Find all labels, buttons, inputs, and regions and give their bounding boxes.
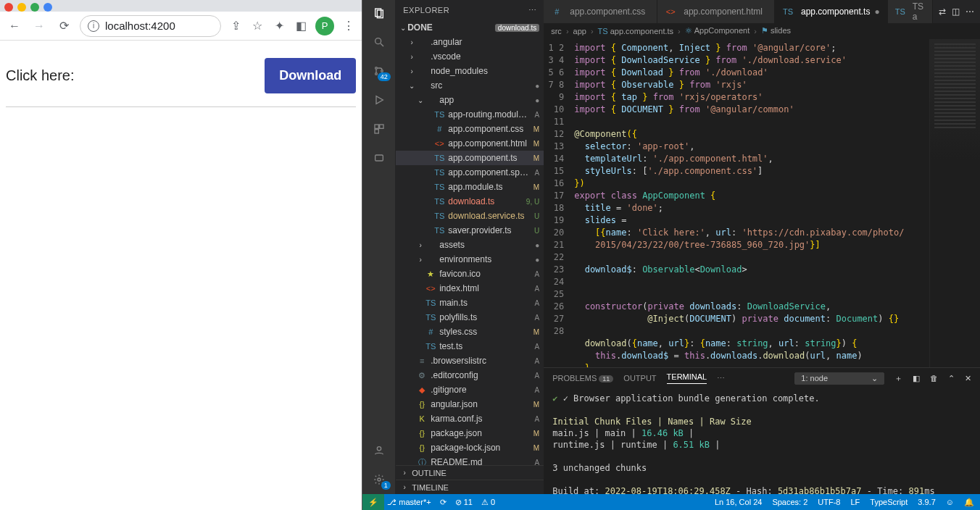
tree-item[interactable]: ›assets● <box>396 238 544 252</box>
terminal-tab[interactable]: TERMINAL <box>667 372 707 384</box>
cursor-position[interactable]: Ln 16, Col 24 <box>715 498 762 507</box>
tree-item[interactable]: Kkarma.conf.jsA <box>396 411 544 426</box>
tree-item[interactable]: ◆.gitignoreA <box>396 382 544 397</box>
tree-item[interactable]: TSapp.module.tsM <box>396 180 544 194</box>
tree-item[interactable]: TSapp-routing.module.tsA <box>396 107 544 122</box>
timeline-section[interactable]: ›TIMELINE <box>396 480 544 494</box>
tree-item[interactable]: TSpolyfills.tsA <box>396 310 544 325</box>
outline-section[interactable]: ›OUTLINE <box>396 465 544 480</box>
compare-icon[interactable]: ⇄ <box>939 7 946 17</box>
tree-item[interactable]: ★favicon.icoA <box>396 267 544 281</box>
breadcrumb-item[interactable]: src <box>551 27 562 35</box>
bottom-panel: PROBLEMS11 OUTPUT TERMINAL ⋯ 1: node⌄ ＋ … <box>544 367 980 494</box>
accounts-icon[interactable] <box>370 442 388 459</box>
editor-tab[interactable]: TSapp.component.ts● <box>775 0 888 23</box>
breadcrumb-item[interactable]: ⚑slides <box>761 26 791 35</box>
tree-item[interactable]: TStest.tsA <box>396 339 544 354</box>
split-editor-icon[interactable]: ◫ <box>952 7 960 17</box>
tree-item[interactable]: {}package.jsonM <box>396 426 544 440</box>
settings-icon[interactable]: 1 <box>370 471 388 488</box>
source-control-icon[interactable]: 42 <box>370 62 388 80</box>
code-editor[interactable]: 1 2 3 4 5 6 7 8 9 10 11 12 13 14 15 16 1… <box>544 39 980 367</box>
tree-item[interactable]: ⚙.editorconfigA <box>396 368 544 382</box>
tree-item[interactable]: <>app.component.htmlM <box>396 136 544 151</box>
problems-tab[interactable]: PROBLEMS11 <box>552 374 613 382</box>
download-button[interactable]: Download <box>265 58 356 93</box>
remote-icon[interactable] <box>370 149 388 167</box>
encoding[interactable]: UTF-8 <box>818 498 840 507</box>
output-tab[interactable]: OUTPUT <box>623 374 656 382</box>
terminal-output[interactable]: ✔ ✓ Browser application bundle generatio… <box>544 388 980 494</box>
explorer-title: EXPLORER <box>403 6 449 14</box>
profile-avatar[interactable]: P <box>315 17 334 35</box>
forward-button[interactable]: → <box>30 17 48 35</box>
eol[interactable]: LF <box>850 498 860 507</box>
ts-version[interactable]: 3.9.7 <box>918 498 935 507</box>
sidepanel-icon[interactable]: ◧ <box>294 19 308 33</box>
explorer-more-icon[interactable]: ⋯ <box>528 6 537 15</box>
tree-item[interactable]: #styles.cssM <box>396 325 544 339</box>
indentation[interactable]: Spaces: 2 <box>772 498 807 507</box>
activity-bar: 42 1 <box>362 0 396 494</box>
warning-count[interactable]: ⚠ 0 <box>481 498 495 507</box>
tree-item[interactable]: TSdownload.service.tsU <box>396 209 544 223</box>
svg-point-4 <box>375 67 377 70</box>
search-icon[interactable] <box>370 33 388 51</box>
kill-terminal-icon[interactable]: 🗑 <box>930 374 938 382</box>
terminal-selector[interactable]: 1: node⌄ <box>794 372 884 385</box>
tree-item[interactable]: {}angular.jsonM <box>396 397 544 411</box>
editor-tab[interactable]: <>app.component.html <box>657 0 775 23</box>
tree-item[interactable]: TSapp.component.spec.tsA <box>396 165 544 180</box>
tree-item[interactable]: ⌄app● <box>396 93 544 107</box>
breadcrumb-item[interactable]: TSapp.component.ts <box>598 27 674 35</box>
tree-item[interactable]: #app.component.cssM <box>396 122 544 136</box>
remote-indicator[interactable]: ⚡ <box>362 494 384 510</box>
bookmark-icon[interactable]: ☆ <box>250 19 265 33</box>
back-button[interactable]: ← <box>6 17 23 35</box>
git-branch[interactable]: ⎇ master*+ <box>387 498 431 507</box>
editor-tab[interactable]: TSTS a <box>888 0 933 23</box>
tree-item[interactable]: <>index.htmlA <box>396 281 544 296</box>
tree-item[interactable]: ›node_modules <box>396 64 544 78</box>
error-count[interactable]: ⊘ 11 <box>455 498 473 507</box>
tree-item[interactable]: TSmain.tsA <box>396 296 544 310</box>
breadcrumb-item[interactable]: ⚛AppComponent <box>685 26 749 35</box>
close-panel-icon[interactable]: ✕ <box>965 374 971 383</box>
tree-item[interactable]: TSsaver.provider.tsU <box>396 223 544 238</box>
new-terminal-icon[interactable]: ＋ <box>894 373 902 384</box>
tree-root[interactable]: ⌄DONEdownload.ts <box>396 20 544 35</box>
address-bar[interactable]: i localhost:4200 <box>80 15 221 37</box>
extensions-icon[interactable] <box>370 120 388 138</box>
tree-item[interactable]: ›.angular <box>396 35 544 49</box>
tree-item[interactable]: ⓘREADME.mdA <box>396 455 544 465</box>
site-info-icon[interactable]: i <box>88 20 99 32</box>
extensions-icon[interactable]: ✦ <box>272 19 286 33</box>
tree-item[interactable]: TSdownload.ts9, U <box>396 194 544 209</box>
svg-line-3 <box>381 43 383 46</box>
code-content[interactable]: import { Component, Inject } from '@angu… <box>570 39 980 367</box>
reload-button[interactable]: ⟳ <box>55 17 72 35</box>
minimap[interactable] <box>929 39 980 367</box>
tree-item[interactable]: ›.vscode <box>396 49 544 64</box>
explorer-icon[interactable] <box>370 4 388 22</box>
feedback-icon[interactable]: ☺ <box>946 498 954 507</box>
editor-tab[interactable]: #app.component.css <box>544 0 657 23</box>
notifications-icon[interactable]: 🔔 <box>964 498 974 507</box>
maximize-panel-icon[interactable]: ⌃ <box>948 374 955 383</box>
tree-item[interactable]: ⌄src● <box>396 78 544 93</box>
file-tree[interactable]: ⌄DONEdownload.ts›.angular›.vscode›node_m… <box>396 20 544 465</box>
tree-item[interactable]: ≡.browserslistrcA <box>396 354 544 368</box>
tree-item[interactable]: {}package-lock.jsonM <box>396 440 544 455</box>
share-icon[interactable]: ⇪ <box>228 19 243 33</box>
sync-icon[interactable]: ⟳ <box>440 498 447 507</box>
more-actions-icon[interactable]: ⋯ <box>966 7 974 17</box>
tree-item[interactable]: ›environments● <box>396 252 544 267</box>
breadcrumb-item[interactable]: app <box>573 27 586 35</box>
panel-more-icon[interactable]: ⋯ <box>717 374 725 383</box>
tree-item[interactable]: TSapp.component.tsM <box>396 151 544 165</box>
language-mode[interactable]: TypeScript <box>870 498 908 507</box>
split-terminal-icon[interactable]: ◧ <box>913 374 920 383</box>
menu-icon[interactable]: ⋮ <box>341 19 356 33</box>
breadcrumbs[interactable]: src›app›TSapp.component.ts›⚛AppComponent… <box>544 23 980 39</box>
run-debug-icon[interactable] <box>370 91 388 109</box>
